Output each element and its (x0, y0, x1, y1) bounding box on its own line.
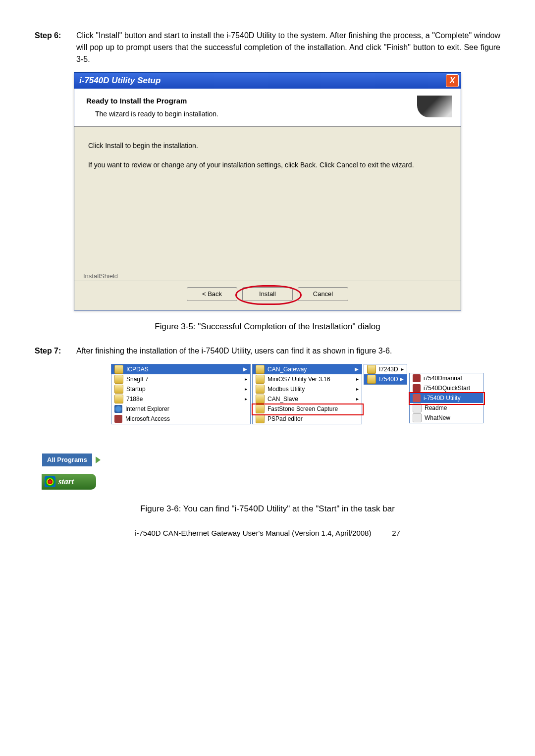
figure-3-6-caption: Figure 3-6: You can find "i-7540D Utilit… (35, 503, 500, 515)
dialog-body: Click Install to begin the installation.… (74, 127, 461, 268)
step7-label: Step 7: (35, 345, 73, 357)
cancel-button[interactable]: Cancel (298, 287, 348, 301)
menu-column-1: ICPDAS▶ SnagIt 7▸ Startup▸ 7188e▸ Intern… (111, 364, 251, 424)
all-programs: All Programs (42, 453, 106, 467)
text-icon (413, 413, 422, 422)
menu-label: i7540DQuickStart (424, 384, 470, 393)
install-button-text: Install (259, 289, 276, 299)
install-button[interactable]: Install (242, 287, 293, 301)
arrow-icon: ▸ (356, 395, 359, 403)
arrow-icon: ▶ (400, 375, 404, 383)
arrow-icon: ▸ (356, 385, 359, 393)
menu-item-snagit[interactable]: SnagIt 7▸ (111, 374, 250, 384)
menu-item-can-slave[interactable]: CAN_Slave▸ (253, 394, 362, 404)
dialog-header-text: Ready to Install the Program The wizard … (86, 96, 218, 119)
step-row: Step 7: After finishing the installation… (35, 345, 500, 357)
menu-column-4: i7540Dmanual i7540DQuickStart i-7540D Ut… (409, 373, 483, 423)
folder-icon (114, 395, 123, 403)
folder-icon (367, 365, 376, 374)
util-icon (413, 394, 421, 402)
dialog-body-line1: Click Install to begin the installation. (88, 141, 447, 151)
page-number: 27 (392, 529, 400, 537)
folder-icon (256, 375, 265, 384)
arrow-icon (96, 456, 101, 463)
dialog-buttons: < Back Install Cancel (74, 281, 461, 310)
folder-icon (114, 375, 123, 384)
step-row: Step 6: Click "Install" button and start… (35, 30, 500, 65)
dialog-header-title: Ready to Install the Program (86, 96, 218, 107)
step-7: Step 7: After finishing the installation… (35, 345, 500, 357)
back-button[interactable]: < Back (187, 287, 237, 301)
menu-label: i-7540D Utility (424, 394, 461, 403)
menu-item-ie[interactable]: Internet Explorer (111, 404, 250, 414)
menu-item-readme[interactable]: Readme (410, 403, 483, 413)
menu-item-faststone[interactable]: FastStone Screen Capture (253, 404, 362, 414)
folder-icon (367, 375, 376, 384)
arrow-icon: ▶ (243, 365, 247, 373)
folder-icon (256, 395, 265, 403)
menu-item-whatnew[interactable]: WhatNew (410, 413, 483, 423)
menu-label: Modbus Utility (268, 385, 305, 394)
menu-label: I7540D (379, 375, 398, 384)
all-programs-label: All Programs (47, 455, 87, 465)
folder-icon (256, 414, 265, 423)
menu-column-2: CAN_Gateway▶ MiniOS7 Utility Ver 3.16▸ M… (252, 364, 362, 424)
menu-label: WhatNew (425, 413, 450, 422)
folder-icon (256, 385, 265, 394)
pdf-icon (413, 384, 421, 392)
menu-item-access[interactable]: Microsoft Access (111, 414, 250, 424)
start-button[interactable]: start (42, 474, 96, 490)
menu-item-pspad[interactable]: PSPad editor (253, 414, 362, 424)
step6-text: Click "Install" button and start to inst… (76, 30, 500, 65)
windows-orb-icon (45, 476, 55, 487)
menu-item-quickstart[interactable]: i7540DQuickStart (410, 383, 483, 393)
dialog-header-sub: The wizard is ready to begin installatio… (95, 109, 218, 119)
step-6: Step 6: Click "Install" button and start… (35, 30, 500, 65)
close-button[interactable]: X (446, 74, 459, 87)
menu-label: ICPDAS (126, 365, 149, 374)
menu-label: Internet Explorer (125, 404, 169, 413)
arrow-icon: ▸ (401, 365, 404, 373)
ie-icon (114, 405, 122, 413)
step7-text: After finishing the installation of the … (76, 345, 392, 357)
menu-label: I7243D (379, 365, 398, 374)
figure-3-5-caption: Figure 3-5: "Successful Completion of th… (35, 320, 500, 333)
cancel-button-text: Cancel (313, 289, 333, 299)
footer-text: i-7540D CAN-Ethernet Gateway User's Manu… (135, 529, 371, 537)
menu-item-utility[interactable]: i-7540D Utility (410, 393, 483, 403)
menu-item-minios7[interactable]: MiniOS7 Utility Ver 3.16▸ (253, 374, 362, 384)
installshield-label: InstallShield (74, 268, 461, 281)
arrow-icon: ▸ (245, 395, 247, 403)
arrow-icon: ▸ (245, 375, 247, 383)
text-icon (413, 403, 422, 412)
menu-column-3: I7243D▸ I7540D▶ (364, 364, 407, 385)
menu-label: i7540Dmanual (424, 374, 462, 383)
menu-item-i7243d[interactable]: I7243D▸ (364, 364, 407, 374)
installer-dialog: i-7540D Utility Setup X Ready to Install… (74, 72, 461, 310)
dialog-title: i-7540D Utility Setup (79, 74, 160, 87)
menu-item-7188e[interactable]: 7188e▸ (111, 394, 250, 404)
menu-item-startup[interactable]: Startup▸ (111, 384, 250, 394)
folder-icon (114, 385, 123, 394)
menu-item-i7540d[interactable]: I7540D▶ (364, 374, 407, 384)
arrow-icon: ▶ (355, 365, 359, 373)
menu-label: Readme (425, 403, 447, 412)
menu-item-icpdas[interactable]: ICPDAS▶ (111, 364, 250, 374)
folder-icon (256, 365, 265, 374)
menu-item-modbus[interactable]: Modbus Utility▸ (253, 384, 362, 394)
menu-label: Microsoft Access (125, 414, 170, 423)
menu-label: PSPad editor (268, 414, 303, 423)
folder-icon (256, 404, 265, 413)
start-menu-screenshot: ICPDAS▶ SnagIt 7▸ Startup▸ 7188e▸ Intern… (42, 364, 487, 493)
menu-item-manual[interactable]: i7540Dmanual (410, 373, 483, 383)
start-label: start (58, 475, 74, 488)
menu-label: 7188e (126, 395, 143, 403)
folder-icon (114, 365, 123, 374)
dialog-header-graphic (417, 96, 452, 117)
menu-item-can-gateway[interactable]: CAN_Gateway▶ (253, 364, 362, 374)
install-button-wrap: Install (242, 287, 293, 301)
menu-label: SnagIt 7 (126, 375, 149, 384)
menu-label: CAN_Slave (268, 395, 298, 403)
pdf-icon (413, 374, 421, 382)
all-programs-button[interactable]: All Programs (42, 453, 93, 467)
